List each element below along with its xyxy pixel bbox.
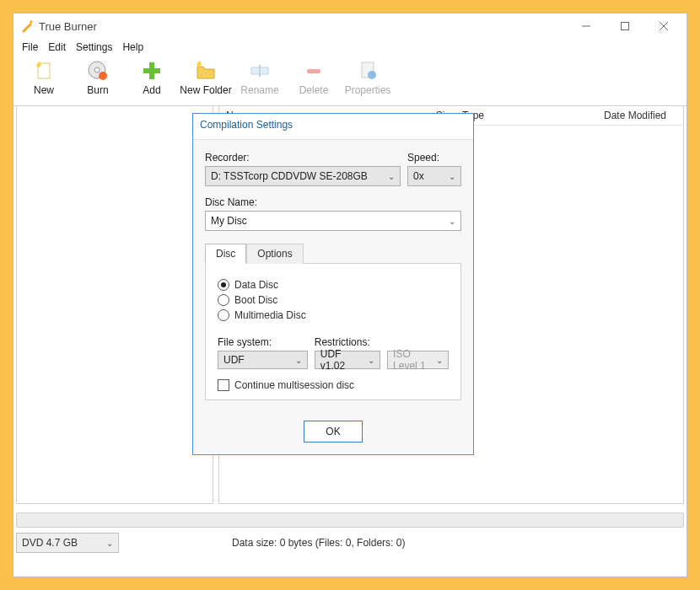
delete-label: Delete: [299, 84, 329, 96]
iso-level-value: ISO Level 1: [393, 348, 436, 372]
svg-rect-9: [143, 68, 160, 73]
new-file-icon: [32, 59, 56, 83]
chevron-down-icon: ⌄: [295, 356, 302, 365]
radio-icon: [218, 309, 229, 321]
menu-settings[interactable]: Settings: [71, 40, 117, 55]
burn-button[interactable]: Burn: [71, 59, 125, 96]
svg-point-6: [94, 67, 100, 72]
size-progress-bar: [16, 512, 684, 528]
properties-label: Properties: [345, 84, 391, 96]
tab-disc[interactable]: Disc: [205, 244, 246, 264]
toolbar: New Burn Add New Folder: [13, 56, 687, 105]
speed-label: Speed:: [407, 152, 461, 164]
multisession-checkbox[interactable]: Continue multisession disc: [218, 379, 449, 391]
menu-file[interactable]: File: [17, 40, 43, 55]
window-title: True Burner: [39, 20, 97, 33]
delete-icon: [302, 59, 326, 83]
ok-button[interactable]: OK: [304, 421, 363, 442]
tree-pane[interactable]: [16, 106, 213, 504]
disc-name-label: Disc Name:: [205, 196, 461, 208]
recorder-label: Recorder:: [205, 152, 401, 164]
chevron-down-icon: ⌄: [388, 172, 395, 181]
status-bar: DVD 4.7 GB ⌄ Data size: 0 bytes (Files: …: [16, 533, 684, 553]
title-bar: True Burner: [13, 13, 687, 39]
speed-value: 0x: [413, 170, 424, 182]
restrictions-value: UDF v1.02: [320, 348, 368, 372]
radio-selected-icon: [218, 279, 229, 291]
speed-select[interactable]: 0x ⌄: [407, 166, 461, 186]
compilation-settings-dialog: Compilation Settings Recorder: D: TSSTco…: [192, 113, 474, 455]
app-icon: [20, 19, 34, 33]
rename-button[interactable]: Rename: [233, 59, 287, 96]
radio-boot-disc[interactable]: Boot Disc: [218, 294, 449, 306]
minimize-button[interactable]: [567, 13, 606, 39]
add-label: Add: [143, 84, 160, 96]
properties-button[interactable]: Properties: [341, 59, 395, 96]
close-button[interactable]: [644, 13, 683, 39]
burn-label: Burn: [87, 84, 108, 96]
file-system-select[interactable]: UDF ⌄: [218, 351, 308, 369]
iso-level-select: ISO Level 1 ⌄: [387, 351, 449, 369]
menu-help[interactable]: Help: [117, 40, 148, 55]
radio-boot-label: Boot Disc: [234, 294, 277, 306]
recorder-value: D: TSSTcorp CDDVDW SE-208GB: [211, 170, 368, 182]
new-folder-button[interactable]: New Folder: [179, 59, 233, 96]
file-system-label: File system:: [218, 336, 308, 348]
svg-point-14: [368, 71, 376, 79]
restrictions-select[interactable]: UDF v1.02 ⌄: [315, 351, 380, 369]
chevron-down-icon: ⌄: [368, 356, 374, 365]
radio-data-disc[interactable]: Data Disc: [218, 279, 449, 291]
dialog-title: Compilation Settings: [193, 114, 473, 140]
disc-tab-page: Data Disc Boot Disc Multimedia Disc File…: [205, 263, 461, 400]
chevron-down-icon: ⌄: [436, 356, 443, 365]
new-folder-label: New Folder: [180, 84, 231, 96]
properties-icon: [356, 59, 380, 83]
multisession-label: Continue multisession disc: [234, 379, 354, 391]
radio-multimedia-label: Multimedia Disc: [234, 309, 306, 321]
radio-icon: [218, 294, 229, 306]
tab-options[interactable]: Options: [246, 244, 303, 264]
radio-multimedia-disc[interactable]: Multimedia Disc: [218, 309, 449, 321]
size-progress-row: [16, 512, 684, 529]
rename-icon: [248, 59, 272, 83]
recorder-select[interactable]: D: TSSTcorp CDDVDW SE-208GB ⌄: [205, 166, 401, 186]
col-date[interactable]: Date Modified: [600, 110, 683, 121]
disc-name-value: My Disc: [211, 215, 247, 227]
checkbox-icon: [218, 379, 229, 391]
add-icon: [140, 59, 164, 83]
menu-edit[interactable]: Edit: [43, 40, 71, 55]
file-system-value: UDF: [223, 354, 245, 366]
burn-disc-icon: [86, 59, 110, 83]
maximize-button[interactable]: [606, 13, 644, 39]
svg-rect-1: [622, 23, 629, 30]
restrictions-label: Restrictions:: [315, 336, 380, 348]
new-label: New: [34, 84, 54, 96]
menu-bar: File Edit Settings Help: [13, 39, 687, 56]
radio-data-label: Data Disc: [234, 279, 278, 291]
media-size-select[interactable]: DVD 4.7 GB ⌄: [16, 533, 119, 553]
rename-label: Rename: [240, 84, 278, 96]
chevron-down-icon: ⌄: [449, 217, 455, 226]
svg-point-7: [99, 72, 107, 80]
new-folder-icon: [194, 59, 218, 83]
svg-rect-12: [307, 69, 320, 73]
delete-button[interactable]: Delete: [287, 59, 341, 96]
chevron-down-icon: ⌄: [449, 172, 455, 181]
chevron-down-icon: ⌄: [106, 539, 113, 548]
disc-name-input[interactable]: My Disc ⌄: [205, 211, 461, 231]
iso-level-spacer: [387, 336, 449, 348]
data-size-text: Data size: 0 bytes (Files: 0, Folders: 0…: [232, 537, 405, 549]
new-button[interactable]: New: [17, 59, 71, 96]
media-size-value: DVD 4.7 GB: [22, 537, 78, 549]
col-type[interactable]: Type: [459, 110, 600, 121]
add-button[interactable]: Add: [125, 59, 179, 96]
